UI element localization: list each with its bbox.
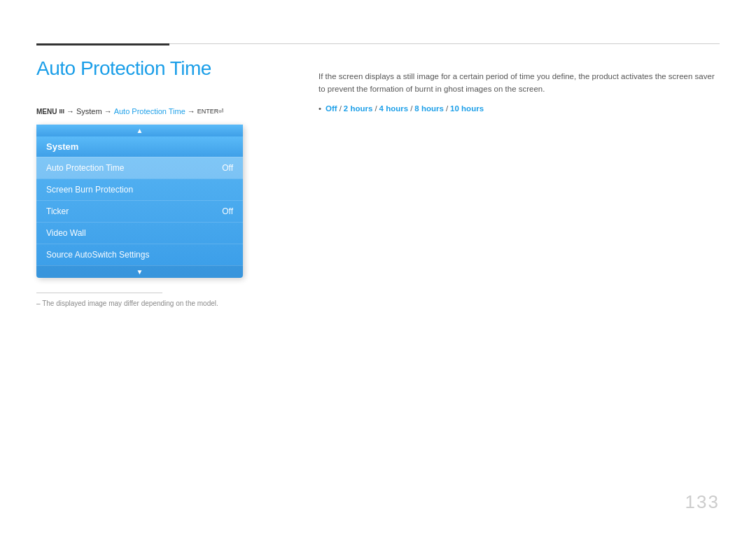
bullet-icon: • [318, 104, 321, 113]
menu-item-ticker[interactable]: Ticker Off [36, 200, 243, 222]
down-chevron-row[interactable]: ▼ [36, 265, 243, 278]
menu-item-value: Off [222, 206, 233, 216]
arrow3: → [188, 107, 195, 115]
options-list: • Off / 2 hours / 4 hours / 8 hours / 10… [318, 104, 720, 113]
menu-item-label: Ticker [46, 206, 69, 216]
option-2hours: 2 hours [344, 104, 373, 113]
menu-item-label: Auto Protection Time [46, 163, 124, 173]
enter-icon: ENTER⏎ [197, 108, 225, 115]
menu-item-value: Off [222, 163, 233, 173]
option-8hours: 8 hours [414, 104, 444, 113]
system-panel: ▲ System Auto Protection Time Off Screen… [36, 125, 243, 278]
menu-symbol: III [59, 108, 64, 115]
menu-item-label: Source AutoSwitch Settings [46, 250, 149, 260]
sep3: / [410, 104, 412, 113]
panel-title: System [46, 141, 78, 152]
footnote-divider [36, 293, 162, 293]
page-number: 133 [685, 491, 720, 513]
description-text: If the screen displays a still image for… [318, 70, 720, 96]
sep2: / [374, 104, 377, 113]
up-chevron-row[interactable]: ▲ [36, 125, 243, 136]
up-chevron-icon: ▲ [136, 127, 144, 134]
right-content: If the screen displays a still image for… [318, 70, 720, 113]
option-off: Off [326, 104, 337, 113]
page-title: Auto Protection Time [36, 57, 211, 80]
down-chevron-icon: ▼ [136, 268, 144, 276]
top-border-accent [36, 43, 169, 45]
option-10hours: 10 hours [450, 104, 484, 113]
arrow2: → [104, 107, 112, 115]
menu-item-auto-protection[interactable]: Auto Protection Time Off [36, 157, 243, 178]
option-4hours: 4 hours [379, 104, 409, 113]
arrow1: → [66, 107, 74, 115]
breadcrumb: MENU III → System → Auto Protection Time… [36, 107, 224, 115]
menu-item-source-autoswitch[interactable]: Source AutoSwitch Settings [36, 244, 243, 265]
panel-title-bar: System [36, 136, 243, 157]
menu-icon: MENU [36, 108, 57, 115]
sep4: / [446, 104, 448, 113]
sep1: / [340, 104, 342, 113]
menu-item-label: Screen Burn Protection [46, 185, 133, 195]
menu-item-label: Video Wall [46, 228, 86, 238]
menu-item-screen-burn[interactable]: Screen Burn Protection [36, 178, 243, 200]
footnote: – The displayed image may differ dependi… [36, 300, 218, 307]
menu-item-video-wall[interactable]: Video Wall [36, 222, 243, 244]
breadcrumb-system: System [76, 107, 102, 115]
breadcrumb-current: Auto Protection Time [114, 107, 186, 115]
